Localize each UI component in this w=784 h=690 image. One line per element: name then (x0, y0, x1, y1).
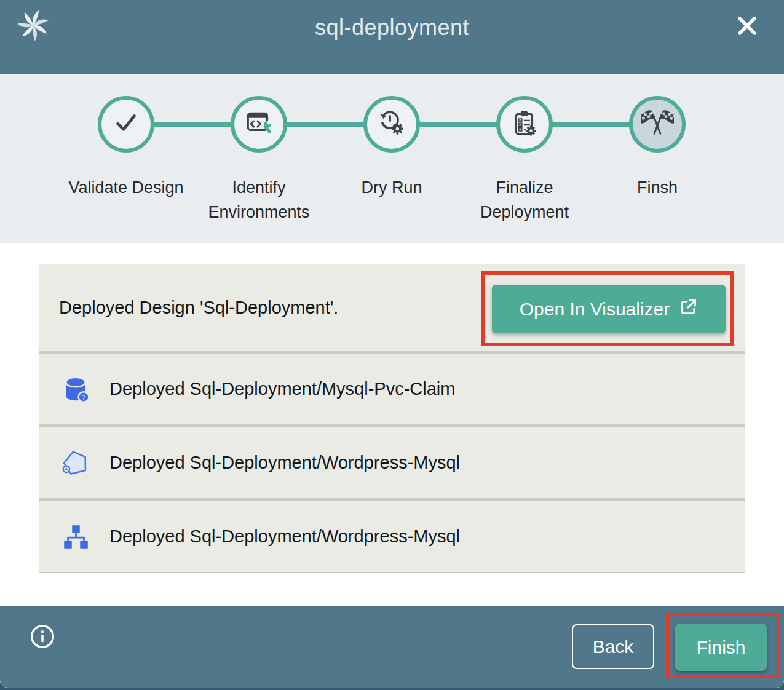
deployment-row-mysql-pvc-claim: ? Deployed Sql-Deployment/Mysql-Pvc-Clai… (39, 351, 745, 424)
pentagon-icon (60, 448, 91, 478)
step-validate-design (98, 96, 154, 153)
code-wrench-icon (244, 108, 274, 141)
step-finalize-deployment (496, 96, 553, 153)
open-in-visualizer-label: Open In Visualizer (520, 299, 670, 320)
deployment-row-text: Deployed Sql-Deployment/Wordpress-Mysql (109, 453, 460, 473)
step-label-identify-environments: Identify Environments (200, 175, 317, 224)
database-icon: ? (60, 374, 91, 405)
deployment-row-wordpress-mysql-service: Deployed Sql-Deployment/Wordpress-Mysql (39, 424, 745, 498)
step-finish (629, 96, 686, 153)
back-button[interactable]: Back (572, 624, 654, 669)
external-link-icon (679, 298, 698, 320)
step-label-dry-run: Dry Run (333, 175, 450, 200)
finish-flags-icon (641, 106, 674, 142)
deployment-stepper: Validate Design Identify Environments Dr… (0, 74, 784, 243)
deployment-row-text: Deployed Sql-Deployment/Mysql-Pvc-Claim (109, 379, 455, 399)
step-label-finalize-deployment: Finalize Deployment (466, 175, 583, 224)
modal-footer: Back Finish (0, 606, 784, 688)
finish-button[interactable]: Finish (675, 624, 767, 671)
modal-title: sql-deployment (0, 15, 784, 41)
svg-text:?: ? (82, 393, 85, 400)
deployment-row-text: Deployed Sql-Deployment/Wordpress-Mysql (109, 526, 460, 547)
design-status-message: Deployed Design 'Sql-Deployment'. (59, 298, 338, 318)
step-label-finish: Finsh (599, 175, 716, 200)
open-in-visualizer-button[interactable]: Open In Visualizer (492, 285, 726, 333)
rerun-gear-icon (376, 108, 407, 141)
deployment-row-wordpress-mysql-deployment: Deployed Sql-Deployment/Wordpress-Mysql (39, 498, 745, 572)
step-label-validate-design: Validate Design (68, 175, 184, 200)
modal-header: sql-deployment (0, 0, 784, 74)
close-icon[interactable] (732, 11, 762, 41)
check-icon (111, 108, 141, 141)
step-dry-run (363, 96, 420, 153)
info-icon[interactable] (30, 624, 55, 649)
hierarchy-icon (60, 521, 91, 552)
step-identify-environments (231, 96, 287, 153)
deployment-modal: sql-deployment (0, 0, 784, 688)
clipboard-gear-icon (509, 108, 540, 141)
